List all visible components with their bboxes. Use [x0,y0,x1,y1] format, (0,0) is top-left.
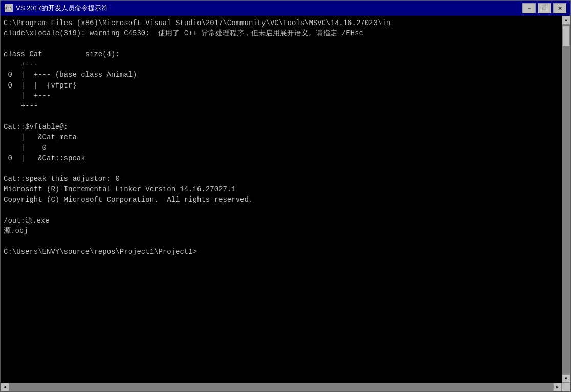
scroll-down-icon: ▼ [565,376,567,381]
title-bar: C:\ VS 2017的开发人员命令提示符 － □ ✕ [1,1,570,16]
maximize-button[interactable]: □ [538,3,551,13]
horizontal-scrollbar: ◄ ► [1,383,570,391]
scroll-left-button[interactable]: ◄ [1,383,9,391]
scroll-thumb[interactable] [562,26,570,46]
scroll-track[interactable] [562,25,570,374]
h-scroll-track[interactable] [9,383,553,391]
window-title: VS 2017的开发人员命令提示符 [16,4,108,13]
scroll-left-icon: ◄ [4,385,6,389]
scrollbar-corner [562,383,570,391]
console-output[interactable]: C:\Program Files (x86)\Microsoft Visual … [1,16,562,383]
vertical-scrollbar: ▲ ▼ [562,16,570,383]
close-button[interactable]: ✕ [553,3,566,13]
scroll-up-icon: ▲ [565,18,567,23]
scroll-down-button[interactable]: ▼ [562,374,570,383]
app-icon: C:\ [5,4,13,12]
window: C:\ VS 2017的开发人员命令提示符 － □ ✕ C:\Program F… [0,0,571,392]
scroll-right-icon: ► [556,385,559,389]
title-bar-left: C:\ VS 2017的开发人员命令提示符 [5,4,108,13]
minimize-button[interactable]: － [522,3,536,13]
console-area: C:\Program Files (x86)\Microsoft Visual … [1,16,570,383]
scroll-right-button[interactable]: ► [553,383,562,391]
window-controls: － □ ✕ [522,3,566,13]
scroll-up-button[interactable]: ▲ [562,16,570,25]
